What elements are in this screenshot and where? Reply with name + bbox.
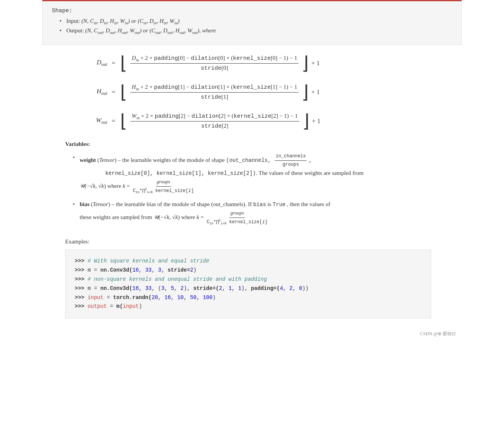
var-bias-desc3: , then the values of	[287, 201, 331, 207]
plus-one-2: + 1	[311, 88, 319, 96]
var-bias-desc1: – the learnable bias of the module of sh…	[112, 201, 254, 207]
shape-bullet-list: Input: (N, Cin, Din, Hin, Win) or (Cin, …	[59, 18, 452, 35]
code-text-5b: = torch.randn(	[104, 294, 152, 301]
var-bias-item: bias (Tensor) – the learnable bias of th…	[73, 200, 431, 226]
main-content: Dout = ⌊ Din + 2 × padding[0] − dilation…	[42, 45, 462, 328]
prompt-1: >>>	[75, 258, 84, 264]
code-num-100: 100	[203, 294, 212, 301]
code-line-6: >>> output = m(input)	[75, 302, 422, 311]
code-text-2d: , stride=	[161, 267, 190, 273]
floor-expr-hout: ⌊ Hin + 2 × padding[1] − dilation[1] × (…	[120, 83, 320, 101]
floor-right-3: ⌋	[302, 112, 310, 130]
output-math: (N, Cout, Dout, Hout, Wout) or (Cout, Do…	[85, 27, 216, 34]
var-bias-desc4: these weights are sampled from	[80, 214, 154, 220]
var-weight-name: weight	[80, 157, 96, 163]
code-text-4g: ,	[222, 285, 229, 291]
var-weight-k-fraction: groups Cin*∏2i=0 kernel_size[i]	[132, 178, 196, 195]
prompt-5: >>>	[75, 294, 84, 301]
var-bias-code1: bias	[253, 202, 266, 208]
equals-sign-2: =	[112, 88, 116, 96]
code-line-2: >>> m = nn.Conv3d(16, 33, 3, stride=2)	[75, 266, 422, 275]
fraction-dout: Din + 2 × padding[0] − dilation[0] × (ke…	[130, 55, 299, 72]
output-label: Output:	[66, 27, 84, 34]
code-text-6c: )	[139, 303, 142, 309]
code-comment-1: # With square kernels and equal stride	[88, 258, 209, 264]
code-text-4l: ))	[302, 285, 309, 291]
footer-bar: CSDN @⊕ 那块⊡	[42, 328, 462, 340]
code-num-50: 50	[190, 294, 197, 301]
var-bias-type: Tensor	[93, 201, 108, 207]
var-weight-math: 𝒰(−√k, √k) where k =	[80, 183, 132, 189]
code-comment-3: # non-square kernels and unequal stride …	[88, 276, 267, 282]
variables-list: weight (Tensor) – the learnable weights …	[73, 153, 431, 226]
plus-one-3: + 1	[312, 117, 320, 125]
input-math: (N, Cin, Din, Hin, Win) or (Cin, Din, Hi…	[82, 18, 180, 24]
code-num-2a: 2	[190, 267, 193, 273]
code-text-4d: ,	[164, 285, 171, 291]
code-num-10: 10	[177, 294, 184, 301]
var-weight-type: Tensor	[99, 157, 114, 163]
code-input-ref: input	[123, 303, 139, 309]
var-bias-name: bias	[80, 201, 90, 207]
code-text-2b: ,	[139, 267, 145, 273]
formula-hout: Hout = ⌊ Hin + 2 × padding[1] − dilation…	[65, 83, 431, 101]
code-line-5: >>> input = torch.randn(20, 16, 10, 50, …	[75, 293, 422, 302]
code-line-1: >>> # With square kernels and equal stri…	[75, 257, 422, 266]
plus-one-1: + 1	[311, 59, 319, 67]
fraction-wout: Win + 2 × padding[2] − dilation[2] × (ke…	[130, 113, 299, 130]
var-weight-shape-start: (out_channels,	[226, 157, 274, 163]
var-weight-item: weight (Tensor) – the learnable weights …	[73, 153, 431, 195]
code-text-4c: , (	[152, 285, 161, 291]
code-num-33a: 33	[145, 267, 152, 273]
prompt-2: >>>	[75, 267, 84, 273]
code-num-2d: 2	[289, 285, 292, 291]
input-label: Input:	[66, 18, 80, 24]
floor-expr-wout: ⌊ Win + 2 × padding[2] − dilation[2] × (…	[120, 112, 321, 130]
fraction-hout-den: stride[1]	[199, 93, 230, 101]
fraction-hout: Hin + 2 × padding[1] − dilation[1] × (ke…	[130, 84, 299, 101]
formula-wout: Wout = ⌊ Win + 2 × padding[2] − dilation…	[65, 112, 431, 130]
output-bullet: Output: (N, Cout, Dout, Hout, Wout) or (…	[59, 27, 452, 35]
code-text-4f: ), stride=(	[184, 285, 219, 291]
formula-dout: Dout = ⌊ Din + 2 × padding[0] − dilation…	[65, 54, 431, 72]
code-text-2c: ,	[152, 267, 158, 273]
formula-hout-lhs: Hout	[80, 88, 107, 96]
code-text-4e: ,	[174, 285, 181, 291]
code-output-var: output	[88, 303, 107, 309]
variables-section: Variables: weight (Tensor) – the learnab…	[65, 141, 431, 226]
code-num-2c: 2	[219, 285, 222, 291]
examples-section: Examples: >>> # With square kernels and …	[65, 238, 431, 318]
code-line-3: >>> # non-square kernels and unequal str…	[75, 275, 422, 284]
code-text-5e: ,	[184, 294, 190, 301]
code-text-5f: ,	[196, 294, 203, 301]
floor-left-3: ⌊	[120, 112, 127, 130]
fraction-wout-den: stride[2]	[200, 122, 230, 130]
floor-left-2: ⌊	[120, 83, 127, 101]
code-num-33b: 33	[145, 285, 152, 291]
code-text-4b: ,	[139, 285, 145, 291]
code-num-16b: 16	[132, 285, 139, 291]
shape-label: Shape:	[52, 8, 452, 14]
fraction-dout-num: Din + 2 × padding[0] − dilation[0] × (ke…	[130, 55, 299, 64]
code-text-2e: )	[193, 267, 196, 273]
code-num-16c: 16	[164, 294, 171, 301]
var-bias-desc2: is	[268, 201, 273, 207]
page-container: Shape: Input: (N, Cin, Din, Hin, Win) or…	[42, 0, 462, 340]
code-text-2: m = nn.Conv3d(	[88, 267, 133, 273]
prompt-6: >>>	[75, 303, 84, 309]
equals-sign-3: =	[112, 117, 116, 125]
code-text-4h: ,	[232, 285, 238, 291]
var-weight-paren-close: )	[115, 157, 118, 163]
code-line-4: >>> m = nn.Conv3d(16, 33, (3, 5, 2), str…	[75, 284, 422, 293]
code-num-0a: 0	[299, 285, 302, 291]
prompt-4: >>>	[75, 285, 84, 291]
code-text-5c: ,	[158, 294, 165, 301]
input-bullet: Input: (N, Cin, Din, Hin, Win) or (Cin, …	[59, 18, 452, 25]
var-bias-paren-close: )	[108, 201, 112, 207]
var-bias-code2: True	[273, 202, 286, 208]
floor-expr-dout: ⌊ Din + 2 × padding[0] − dilation[0] × (…	[120, 54, 320, 72]
code-input-var: input	[88, 294, 104, 301]
var-bias-math: 𝒰(−√k, √k) where k =	[154, 214, 205, 220]
code-text-5g: )	[212, 294, 215, 301]
floor-right-1: ⌋	[302, 54, 309, 72]
